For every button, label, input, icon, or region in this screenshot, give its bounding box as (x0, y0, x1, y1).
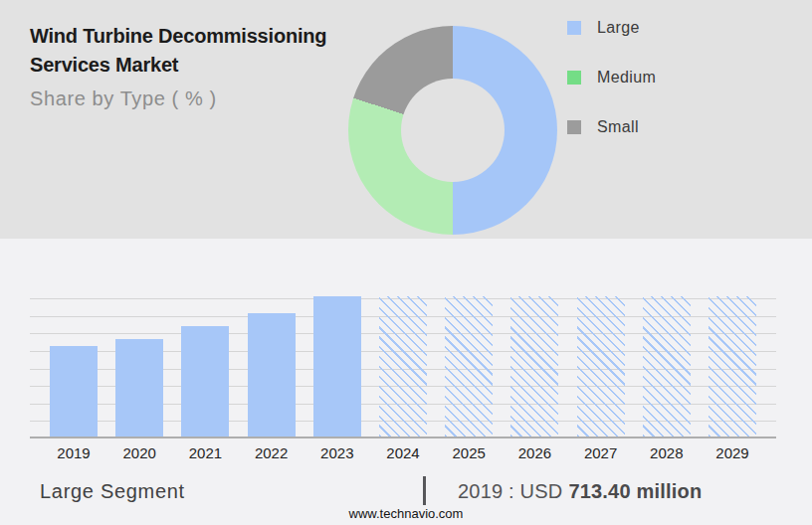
infographic-root: Wind Turbine Decommissioning Services Ma… (0, 0, 812, 525)
x-axis-label-2029: 2029 (700, 444, 765, 461)
legend-item-small: Small (567, 117, 656, 137)
x-axis-label-2020: 2020 (106, 444, 172, 461)
x-axis-label-2023: 2023 (304, 444, 370, 461)
bar-2027 (577, 296, 625, 437)
page-subtitle: Share by Type ( % ) (30, 87, 368, 110)
legend-label-large: Large (597, 19, 640, 37)
bar-2029 (709, 296, 756, 437)
bar-2023 (313, 296, 361, 437)
value-caption: 2019 : USD713.40 million (458, 480, 702, 503)
website-footer: www.technavio.com (0, 506, 812, 521)
bar-2020 (115, 339, 163, 437)
legend-swatch-small (567, 120, 581, 134)
x-axis-label-2028: 2028 (634, 444, 700, 461)
value-bold: 713.40 million (568, 480, 702, 502)
value-prefix: 2019 : USD (458, 480, 562, 502)
caption-divider (423, 476, 426, 505)
x-axis-label-2026: 2026 (502, 444, 567, 461)
x-axis-label-2024: 2024 (370, 444, 436, 461)
legend-label-medium: Medium (597, 69, 656, 87)
donut-chart (348, 26, 557, 235)
x-axis-label-2022: 2022 (239, 444, 304, 461)
legend-swatch-medium (567, 71, 581, 85)
legend-swatch-large (567, 21, 581, 35)
x-axis-label-2021: 2021 (172, 444, 238, 461)
legend-item-medium: Medium (567, 68, 656, 88)
x-axis-labels: 2019202020212022202320242025202620272028… (30, 444, 776, 464)
legend: Large Medium Small (567, 18, 656, 137)
segment-caption: Large Segment (40, 480, 185, 503)
bar-2025 (445, 296, 493, 437)
forecast-panel: 2019202020212022202320242025202620272028… (0, 239, 812, 525)
bar-2026 (510, 296, 558, 437)
page-title-line1: Wind Turbine Decommissioning (30, 22, 368, 51)
header-panel: Wind Turbine Decommissioning Services Ma… (0, 0, 812, 239)
bar-2022 (248, 313, 296, 437)
bar-2021 (181, 326, 229, 437)
bar-2024 (379, 296, 427, 437)
plot-area (30, 298, 776, 438)
bar-2019 (50, 346, 98, 437)
donut-hole (401, 79, 505, 182)
x-axis-label-2019: 2019 (41, 444, 106, 461)
x-axis-label-2027: 2027 (568, 444, 634, 461)
page-title-line2: Services Market (30, 51, 368, 80)
x-axis-label-2025: 2025 (436, 444, 502, 461)
bar-2028 (643, 296, 691, 437)
title-block: Wind Turbine Decommissioning Services Ma… (30, 22, 368, 110)
legend-label-small: Small (597, 118, 639, 136)
legend-item-large: Large (567, 18, 656, 38)
